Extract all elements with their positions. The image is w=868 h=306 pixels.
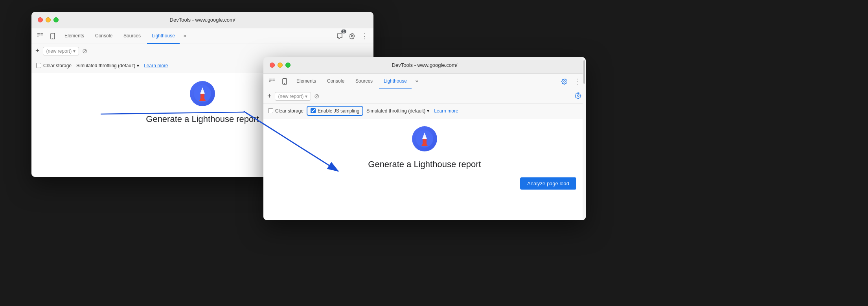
svg-rect-19	[272, 80, 275, 81]
clear-storage-checkbox-1[interactable]	[36, 63, 41, 68]
lighthouse-logo-1	[190, 81, 215, 106]
tab-lighthouse-1[interactable]: Lighthouse	[147, 28, 180, 44]
enable-js-sampling-label[interactable]: Enable JS sampling	[308, 107, 362, 114]
more-icon-2[interactable]: ⋮	[572, 76, 583, 87]
main-toolbar-2: Elements Console Sources Lighthouse » ⋮	[263, 74, 586, 89]
generate-title-1: Generate a Lighthouse report	[146, 114, 259, 124]
toolbar2-1: + (new report) ▾ ⊘	[31, 44, 373, 58]
svg-rect-1	[37, 35, 40, 35]
traffic-lights-2	[270, 63, 291, 68]
window-2: DevTools - www.google.com/ Elements	[263, 57, 586, 220]
svg-rect-18	[272, 79, 275, 79]
svg-point-21	[284, 83, 285, 84]
toolbar-right-1: 1 ⋮	[334, 31, 370, 42]
toolbar-right-2: ⋮	[559, 76, 583, 87]
add-report-btn-1[interactable]: +	[35, 47, 40, 55]
mobile-icon-1[interactable]	[47, 31, 58, 42]
settings-gear-blue[interactable]	[575, 92, 582, 101]
selector-icon-1[interactable]	[35, 31, 46, 42]
svg-rect-16	[269, 80, 272, 81]
close-button-2[interactable]	[270, 63, 275, 68]
svg-marker-26	[421, 144, 428, 146]
analyze-btn-2[interactable]: Analyze page load	[520, 177, 576, 190]
tab-console-1[interactable]: Console	[90, 28, 117, 44]
tab-more-1[interactable]: »	[181, 28, 189, 44]
lighthouse-logo-2	[412, 126, 437, 151]
svg-rect-25	[423, 137, 426, 139]
svg-rect-2	[37, 36, 39, 37]
clear-storage-label-1[interactable]: Clear storage	[36, 63, 72, 68]
main-toolbar-1: Elements Console Sources Lighthouse » 1	[31, 28, 373, 44]
svg-rect-24	[423, 139, 427, 144]
main-content-2: Generate a Lighthouse report Analyze pag…	[263, 118, 586, 220]
svg-point-6	[52, 38, 53, 39]
maximize-button-2[interactable]	[285, 63, 291, 68]
add-report-btn-2[interactable]: +	[267, 92, 272, 100]
cancel-icon-1: ⊘	[82, 47, 87, 55]
maximize-button-1[interactable]	[53, 17, 59, 22]
cancel-icon-2: ⊘	[314, 92, 319, 100]
enable-js-sampling-checkbox[interactable]	[311, 108, 316, 113]
title-bar-2: DevTools - www.google.com/	[263, 57, 586, 74]
scrollbar-2[interactable]	[583, 57, 586, 220]
selector-icon-2[interactable]	[267, 76, 278, 87]
minimize-button-2[interactable]	[278, 63, 283, 68]
gear-icon-1[interactable]	[347, 31, 358, 42]
chat-badge-1: 1	[341, 29, 346, 33]
close-button-1[interactable]	[38, 17, 43, 22]
svg-rect-3	[40, 33, 43, 34]
mobile-icon-2[interactable]	[279, 76, 290, 87]
minimize-button-1[interactable]	[46, 17, 51, 22]
tab-console-2[interactable]: Console	[322, 74, 349, 89]
tab-sources-2[interactable]: Sources	[351, 74, 377, 89]
scrollbar-thumb-2	[583, 60, 585, 84]
clear-storage-label-2[interactable]: Clear storage	[268, 108, 303, 114]
learn-more-link-1[interactable]: Learn more	[144, 63, 168, 68]
tab-elements-1[interactable]: Elements	[60, 28, 89, 44]
svg-rect-10	[201, 92, 204, 94]
svg-rect-15	[269, 79, 272, 79]
gear-icon-2[interactable]	[559, 76, 570, 87]
learn-more-link-2[interactable]: Learn more	[434, 108, 458, 114]
svg-marker-11	[199, 99, 206, 101]
chat-icon-1[interactable]: 1	[334, 31, 345, 42]
traffic-lights-1	[38, 17, 59, 22]
clear-storage-checkbox-2[interactable]	[268, 108, 273, 113]
throttling-select-2[interactable]: Simulated throttling (default) ▾	[366, 108, 429, 114]
svg-rect-17	[269, 81, 270, 82]
new-report-dropdown-1[interactable]: (new report) ▾	[43, 47, 79, 55]
throttling-select-1[interactable]: Simulated throttling (default) ▾	[76, 63, 139, 68]
window-title-2: DevTools - www.google.com/	[392, 62, 458, 68]
new-report-dropdown-2[interactable]: (new report) ▾	[275, 92, 311, 101]
options-bar-2: Clear storage Enable JS sampling Simulat…	[263, 103, 586, 118]
tab-lighthouse-2[interactable]: Lighthouse	[379, 74, 412, 89]
more-icon-1[interactable]: ⋮	[359, 31, 370, 42]
generate-title-2: Generate a Lighthouse report	[368, 159, 481, 170]
svg-rect-0	[37, 33, 40, 34]
tab-sources-1[interactable]: Sources	[119, 28, 145, 44]
tab-elements-2[interactable]: Elements	[292, 74, 321, 89]
svg-rect-9	[200, 94, 204, 99]
tab-more-2[interactable]: »	[413, 74, 421, 89]
title-bar-1: DevTools - www.google.com/	[31, 12, 373, 28]
window-title-1: DevTools - www.google.com/	[170, 17, 235, 23]
svg-rect-4	[40, 35, 43, 35]
toolbar2-2: + (new report) ▾ ⊘	[263, 89, 586, 103]
